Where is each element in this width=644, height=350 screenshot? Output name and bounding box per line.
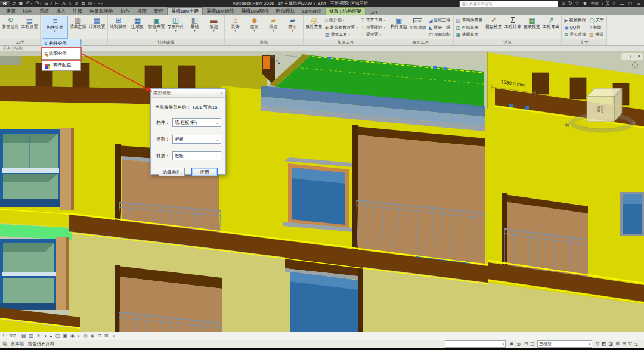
ribbon-button-意见反馈[interactable]: ✉意见反馈 [563,31,587,38]
ribbon-button-生成板[interactable]: ▦生成板▾ [128,16,147,39]
user-interface-icon[interactable]: ▥ [88,1,93,7]
customize-qat-icon-caret[interactable]: ▾ [101,2,103,5]
shadows-icon[interactable]: ◑ [44,333,47,339]
view-lock-icon[interactable]: ◉ [70,333,75,339]
login-label[interactable]: 登录 [590,1,599,7]
view-close-icon[interactable]: ✕ [637,53,641,60]
ribbon-button-QQ群[interactable]: ◉QQ群 [563,24,587,31]
ribbon-button-算量流程[interactable]: ↻算量流程 [1,16,20,39]
ribbon-button-帮助[interactable]: ?帮助 [588,24,605,31]
应用-button[interactable]: 应用 [191,168,218,176]
menu-item-构件配色[interactable]: 构件配色 [42,60,81,71]
field-dropdown-材质[interactable]: 栏板⌄ [172,151,221,160]
tab-系统[interactable]: 系统 [36,8,52,15]
select-pinned-icon[interactable]: ◪ [609,341,614,347]
ribbon-button-单构件查量[interactable]: ▤单构件查量 [455,17,484,24]
ribbon-button-梁设置[interactable]: ⊢梁设置▾ [360,31,386,38]
edit-in-place-icon[interactable]: ◩ [602,341,606,347]
tab-协作[interactable]: 协作 [117,8,134,15]
tab-建筑[interactable]: 建筑 [2,8,19,15]
close-icon[interactable]: × [220,91,223,96]
ribbon-button-报表预览[interactable]: ▦报表预览 [522,16,541,39]
tab-管理[interactable]: 管理 [150,8,167,15]
ribbon-button-模型检查[interactable]: ✓模型检查 [484,16,503,39]
ribbon-button-智能布置[interactable]: ▣智能布置▾ [147,16,166,39]
tab-晨曦BIM土建[interactable]: 晨曦BIM土建 [167,7,203,15]
maximize-button[interactable]: □ [626,1,634,7]
ribbon-button-装饰参数设置[interactable]: ◈装饰参数设置▾ [324,24,359,31]
ribbon-button-零星构件[interactable]: ◫零星构件▾ [166,16,185,39]
detail-level-icon[interactable]: ▤ [21,333,26,339]
undo-icon[interactable]: ↶ [26,1,30,7]
exclude-options-icon[interactable]: ▽ [596,341,599,347]
menu-item-选图分类[interactable]: ≡选图分类 [42,48,81,60]
search-icon[interactable]: ⊙ [561,1,565,7]
reveal-hidden-icon[interactable]: ◎ [83,333,88,339]
close-button[interactable]: × [634,1,643,7]
ribbon-button-清单定额[interactable]: ▥清单定额 [69,16,87,39]
temporary-view-icon[interactable]: ◈ [91,333,94,339]
ribbon-button-属性查看[interactable]: ◎属性查看 [305,16,323,39]
view-minimize-icon[interactable]: — [623,53,628,60]
user-interface-icon-caret[interactable]: ▾ [93,2,95,5]
exchange-apps-icon[interactable]: ╳ [606,1,609,7]
minimize-button[interactable]: — [618,1,626,7]
text-icon[interactable]: A [62,1,65,7]
type-modify-dialog[interactable]: 类型修改 × 当前族类型名称： TJ01 节点1a 构件：墙.栏板(杆)⌄类型：… [150,88,226,175]
drawing-area[interactable]: 1350.0 mm 前 南 —▢✕ [0,51,644,332]
tab-结构[interactable]: 结构 [19,8,36,15]
ribbon-button-关于[interactable]: ◯关于 [588,17,605,24]
filter-icon[interactable]: ▽ [628,341,632,347]
ribbon-button-图纸显隐[interactable]: CAD图纸显隐 [408,16,427,39]
open-icon[interactable]: ▱ [12,1,16,7]
ribbon-button-工程设置[interactable]: ▤工程设置 [20,16,39,39]
ribbon-button-构件分类[interactable]: ≡构件分类▾ [42,16,68,39]
select-by-face-icon[interactable]: ⊠ [615,341,620,347]
measure-icon[interactable]: ∕ [51,1,52,7]
sign-in-icon[interactable]: ☻ [583,1,587,7]
tab-插入[interactable]: 插入 [52,8,69,15]
dialog-title-bar[interactable]: 类型修改 × [151,89,225,98]
tab-修改 | 结构框架[interactable]: 修改 | 结构框架 [325,7,366,15]
customize-qat-icon[interactable]: ≡ [98,1,101,7]
ribbon-button-区域算量[interactable]: ◫区域算量 [455,24,484,31]
panel-toggle-icon[interactable]: ⊡ ▾ [370,10,377,15]
ribbon-button-房间算量[interactable]: ▦房间算量 [455,31,484,38]
view-restore-icon[interactable]: ▢ [630,53,635,60]
design-options-icon[interactable]: ⊡ [524,341,528,347]
visual-style-icon[interactable]: ◫ [29,333,34,339]
scale-control[interactable]: 1 : 100 [2,333,16,339]
ribbon-button-保温[interactable]: ▰保温▾ [264,16,283,39]
drag-on-selection-icon[interactable]: ⊞ [622,341,626,347]
选择构件-button[interactable]: 选择构件 [159,168,185,176]
active-only-icon[interactable]: ▢ [530,341,535,347]
tab-注释[interactable]: 注释 [69,8,86,15]
ribbon-button-批量工具[interactable]: ▥批量工具▾ [324,31,359,38]
save-icon[interactable]: ▣ [18,1,23,7]
rendering-icon[interactable]: ◒ [49,333,52,339]
ribbon-button-视图剖切[interactable]: ⊟视图剖切 [428,31,452,38]
sun-path-icon[interactable]: ☀ [36,333,41,339]
crop-view-icon[interactable]: ▢ [55,333,60,339]
ribbon-button-工程导出[interactable]: ⇗工程导出 [541,16,560,39]
tab-体量和场地[interactable]: 体量和场地 [86,8,117,15]
worksets-dropdown[interactable]: ▾ [445,340,506,348]
3d-model-view[interactable]: 1350.0 mm 前 南 [0,51,644,332]
ribbon-button-防水[interactable]: ▰防水▾ [283,16,302,39]
favorites-icon[interactable]: ☆ [575,1,580,7]
design-option-dropdown[interactable]: 主模型 ▾ [537,340,592,348]
section-icon[interactable]: ⊘ [74,1,78,7]
menu-item-构件分类[interactable]: ≡构件分类 [42,39,81,48]
ribbon-button-板分割[interactable]: □板分割▾ [324,17,359,24]
ribbon-button-楼层三维[interactable]: ◣楼层三维 [428,24,452,31]
print-icon[interactable]: ⊟ [44,1,48,7]
ribbon-button-计算设置[interactable]: ▦计算设置 [88,16,106,39]
constraints-icon[interactable]: ⊞ [104,333,109,339]
ribbon-button-授权[interactable]: ▧授权 [588,31,605,38]
field-dropdown-构件[interactable]: 墙.栏板(杆)⌄ [172,118,221,127]
tab-附加模块[interactable]: 附加模块 [273,8,299,15]
ribbon-button-区域三维[interactable]: ◢区域三维 [428,17,452,24]
ribbon-button-基础[interactable]: ◧基础▾ [185,16,204,39]
redo-icon-caret[interactable]: ▾ [40,2,42,5]
tab-视图[interactable]: 视图 [134,8,150,15]
